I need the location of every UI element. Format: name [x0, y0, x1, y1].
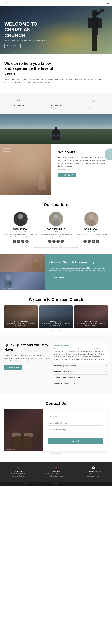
footer-col-hours: 🕐 WORKING HOURS Mon – Fri: 9 am – 8 pm, … [75, 465, 112, 479]
icon-title-bible: BIBLE [76, 105, 111, 106]
deco-lines-icon [3, 147, 12, 156]
social-icons-2: f t y in [75, 240, 108, 243]
gallery-desc-2: Lorem ipsum dolor sit amet, consectetur … [76, 323, 106, 326]
footer-call-title: CALL US [3, 470, 34, 472]
icons-row: 🏛 THE CHURCH Consectetur adipiscing, ORE… [0, 93, 112, 114]
gallery-item-2: Salve in Online Lorem ipsum dolor sit am… [74, 306, 108, 328]
contact-submit-button[interactable]: Submit [48, 438, 103, 444]
gallery-title-0: Camp & Worship [6, 321, 36, 322]
footer-hours-line1: Mon – Fri: 9 am – 8 pm, [78, 473, 109, 475]
leaders-section: Our Leaders ADAM JONSON Founder Pastor C… [0, 195, 112, 254]
faq-heading: Quick Questions You May Have [4, 342, 49, 352]
facebook-icon-2[interactable]: f [84, 240, 87, 243]
faq-item-1[interactable]: Where can I park on campus? ∨ [54, 363, 108, 369]
youtube-icon-2[interactable]: y [92, 240, 95, 243]
online-image-top [0, 254, 45, 272]
footer-location-title: LOCATION [40, 470, 72, 472]
faq-question-0: What should I wear? [54, 344, 70, 346]
contact-email-input[interactable] [48, 420, 103, 426]
gallery-caption-0: Camp & Worship Lorem ipsum dolor sit ame… [4, 306, 38, 328]
bible-icon: 📖 [90, 98, 96, 104]
icon-title-mission: OUR MISSION [39, 105, 73, 106]
faq-item-3[interactable]: Do small groups meet on Sundays? ∨ [54, 374, 108, 380]
facebook-icon-1[interactable]: f [48, 240, 51, 243]
faq-item-0[interactable]: What should I wear? ∧ Answer: Lorem ipsu… [52, 342, 109, 363]
svg-rect-7 [100, 9, 104, 12]
welcome-image-credit: Images from Freepik [58, 168, 108, 170]
twitter-icon-1[interactable]: t [52, 240, 56, 243]
svg-point-22 [34, 258, 38, 262]
online-images: Images from Freepik [0, 254, 45, 290]
hamburger-icon[interactable]: ☰ [107, 1, 109, 4]
chevron-down-icon-3: ∨ [106, 376, 108, 378]
footer-hours-title: WORKING HOURS [78, 470, 109, 472]
faq-section: Quick Questions You May Have Etiam enat … [0, 335, 112, 394]
online-body: Tincidunt arcu non sodales neque sodales… [49, 266, 108, 272]
leader-avatar-bob-g [49, 212, 63, 226]
leaders-url: https://assets.wpagepro.com/2021/clean/2… [4, 246, 108, 248]
chevron-up-icon-0: ∧ [106, 344, 108, 346]
contact-image-credit: Image from Freepik [6, 449, 16, 450]
twitter-icon-2[interactable]: t [88, 240, 91, 243]
online-cta-button[interactable]: LEARN MORE [49, 275, 68, 280]
faq-cta-button[interactable]: LEARN MORE [4, 365, 22, 370]
know-heading: We can to help you know and experience t… [4, 61, 55, 76]
bottom-bar-text: Lorem ipsum dolor sit amet, consectetur … [3, 483, 63, 484]
online-image-credit: Images from Freepik [1, 288, 12, 289]
contact-image: Image from Freepik [4, 410, 43, 451]
leader-desc-0: Class aptent taciti sociosqu ad litora t… [4, 234, 37, 238]
facebook-icon-0[interactable]: f [13, 240, 16, 243]
phone-icon: 📞 [3, 466, 34, 470]
svg-rect-5 [95, 35, 97, 52]
contact-message-input[interactable] [48, 427, 103, 436]
icon-card-mission: ✝ OUR MISSION Consectetur adipiscing, OR… [37, 96, 75, 111]
youtube-icon-1[interactable]: y [56, 240, 60, 243]
location-icon: 📍 [40, 466, 72, 470]
youtube-icon-0[interactable]: y [21, 240, 24, 243]
leader-name-2: BOB HUDSON [75, 228, 108, 230]
gallery-heading: Welcome to Christian Church [4, 297, 108, 302]
svg-point-0 [92, 10, 98, 17]
footer-info: 📞 CALL US Call Us: 1 (234) 567-234 Mob: … [0, 462, 112, 482]
contact-form: Submit [43, 410, 108, 451]
leader-card-2: BOB HUDSON Missionary Class aptent tacit… [75, 212, 108, 243]
twitter-icon-0[interactable]: t [17, 240, 20, 243]
svg-point-18 [39, 172, 44, 178]
bible-hands-icon [7, 426, 37, 447]
church-building-icon [50, 126, 62, 140]
icon-desc-church: Consectetur adipiscing, OREM IPSUM DOLOR [1, 107, 36, 109]
gallery-title-1: Sunday School [41, 321, 71, 322]
contact-name-input[interactable] [48, 414, 103, 419]
faq-item-header-0[interactable]: What should I wear? ∧ [54, 344, 108, 346]
svg-rect-4 [92, 35, 95, 52]
linkedin-icon-1[interactable]: in [61, 240, 64, 243]
svg-rect-13 [57, 134, 60, 136]
linkedin-icon-2[interactable]: in [96, 240, 99, 243]
church-icon: 🏛 [16, 98, 22, 104]
faq-item-header-1[interactable]: Where can I park on campus? ∨ [54, 365, 108, 367]
leader-role-2: Missionary [75, 230, 108, 232]
faq-item-2[interactable]: Where do I go for worship? ∨ [54, 369, 108, 374]
faq-question-3: Do small groups meet on Sundays? [54, 376, 82, 378]
praying-hands-icon [30, 257, 42, 270]
footer-location-line2: York, NY 92103-9012 [40, 475, 72, 477]
welcome-cta-button[interactable]: LEARN MORE [58, 173, 76, 177]
logo: logo [3, 2, 8, 4]
gallery-item-1: Sunday School Lorem ipsum dolor sit amet… [39, 306, 73, 328]
faq-question-4: What are your office hours? [54, 382, 76, 384]
hero-cta-button[interactable]: READ MORE [4, 44, 21, 48]
faq-item-4[interactable]: What are your office hours? ∨ [54, 380, 108, 386]
gallery-desc-0: Lorem ipsum dolor sit amet, consectetur … [6, 323, 36, 326]
hero-title: WELCOME TO CHRISTIAN CHURCH [4, 21, 52, 38]
footer-location-line1: 121 Rock Street, 21 Avenue, New [40, 473, 72, 475]
faq-item-header-3[interactable]: Do small groups meet on Sundays? ∨ [54, 376, 108, 378]
svg-rect-11 [55, 128, 57, 128]
know-section: We can to help you know and experience t… [0, 54, 112, 93]
linkedin-icon-0[interactable]: in [25, 240, 28, 243]
faq-item-header-2[interactable]: Where do I go for worship? ∨ [54, 370, 108, 372]
faq-item-header-4[interactable]: What are your office hours? ∨ [54, 382, 108, 384]
svg-point-21 [89, 214, 94, 219]
contact-bottom-credit: Image from Freepik [4, 453, 108, 454]
svg-point-23 [6, 275, 11, 280]
gallery-row: Camp & Worship Lorem ipsum dolor sit ame… [4, 306, 108, 328]
